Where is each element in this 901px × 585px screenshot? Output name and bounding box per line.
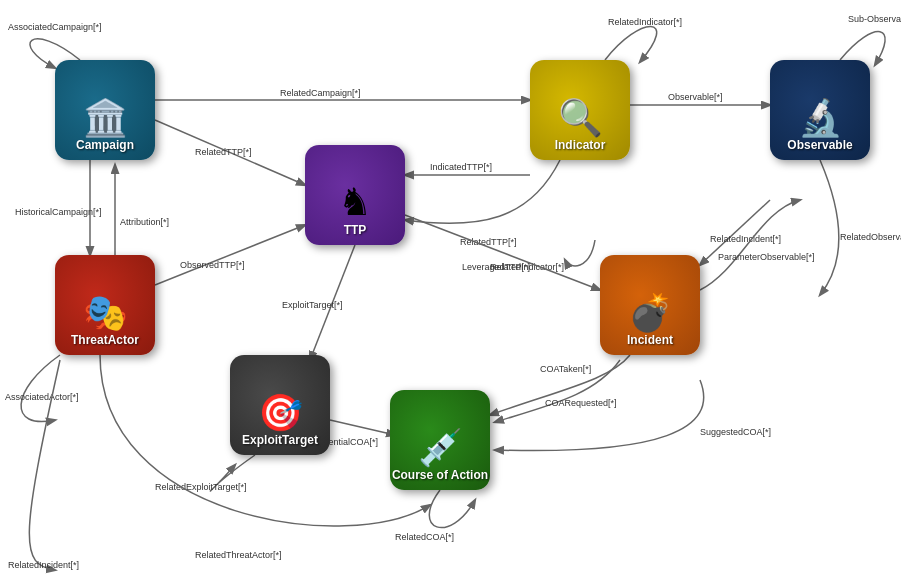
node-exploittarget[interactable]: 🎯 ExploitTarget [230, 355, 330, 455]
label-related-indicator-self: RelatedIndicator[*] [608, 17, 682, 27]
ttp-label: TTP [344, 223, 367, 237]
edge-observed-ttp [155, 225, 305, 285]
node-campaign[interactable]: 🏛️ Campaign [55, 60, 155, 160]
label-indicatedttp: IndicatedTTP[*] [430, 162, 492, 172]
edge-related-indicator-self [605, 26, 657, 62]
exploittarget-icon: 🎯 [258, 395, 303, 431]
label-historical-campaign: HistoricalCampaign[*] [15, 207, 102, 217]
edge-leveraged-ttp [405, 215, 600, 290]
threatactor-label: ThreatActor [71, 333, 139, 347]
label-related-campaign: RelatedCampaign[*] [280, 88, 361, 98]
threatactor-icon: 🎭 [83, 295, 128, 331]
edge-related-indicator2 [565, 240, 595, 266]
label-parameter-observable: ParameterObservable[*] [718, 252, 815, 262]
label-campaign-relatedttp: RelatedTTP[*] [195, 147, 252, 157]
campaign-label: Campaign [76, 138, 134, 152]
label-related-exploit-target: RelatedExploitTarget[*] [155, 482, 247, 492]
incident-icon: 💣 [628, 295, 673, 331]
node-ttp[interactable]: ♞ TTP [305, 145, 405, 245]
node-observable[interactable]: 🔬 Observable [770, 60, 870, 160]
node-threatactor[interactable]: 🎭 ThreatActor [55, 255, 155, 355]
label-suggested-coa: SuggestedCOA[*] [700, 427, 771, 437]
label-attribution: Attribution[*] [120, 217, 169, 227]
label-related-incident-obs: RelatedIncident[*] [710, 234, 781, 244]
edge-potential-coa [330, 420, 395, 435]
observable-icon: 🔬 [798, 100, 843, 136]
indicator-label: Indicator [555, 138, 606, 152]
node-coa[interactable]: 💉 Course of Action [390, 390, 490, 490]
label-associated-campaign: AssociatedCampaign[*] [8, 22, 102, 32]
edge-related-observable [820, 160, 839, 295]
label-sub-observable: Sub-Observable[*] [848, 14, 901, 24]
label-observable: Observable[*] [668, 92, 723, 102]
observable-label: Observable [787, 138, 852, 152]
node-indicator[interactable]: 🔍 Indicator [530, 60, 630, 160]
label-related-incident-ta: RelatedIncident[*] [8, 560, 79, 570]
incident-label: Incident [627, 333, 673, 347]
label-related-coa: RelatedCOA[*] [395, 532, 454, 542]
edge-related-coa [429, 490, 475, 528]
coa-label: Course of Action [392, 468, 488, 482]
label-related-threat-actor: RelatedThreatActor[*] [195, 550, 282, 560]
indicator-icon: 🔍 [558, 100, 603, 136]
exploittarget-label: ExploitTarget [242, 433, 318, 447]
label-leveraged-ttp: LeveragedTTP[*] [462, 262, 530, 272]
node-incident[interactable]: 💣 Incident [600, 255, 700, 355]
edge-parameter-observable [700, 200, 800, 290]
edge-suggested-coa [495, 380, 704, 451]
ttp-icon: ♞ [338, 183, 372, 221]
diagram-container: AssociatedCampaign[*] RelatedCampaign[*]… [0, 0, 901, 585]
label-coarequested: COARequested[*] [545, 398, 617, 408]
campaign-icon: 🏛️ [83, 100, 128, 136]
label-associated-actor: AssociatedActor[*] [5, 392, 79, 402]
coa-icon: 💉 [418, 430, 463, 466]
label-exploit-target: ExploitTarget[*] [282, 300, 343, 310]
label-indicator-relatedttp: RelatedTTP[*] [460, 237, 517, 247]
label-coataken: COATaken[*] [540, 364, 591, 374]
label-related-observable: RelatedObservable[*] [840, 232, 901, 242]
label-observed-ttp: ObservedTTP[*] [180, 260, 245, 270]
